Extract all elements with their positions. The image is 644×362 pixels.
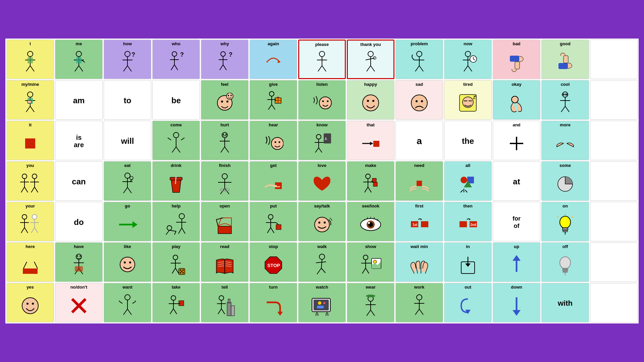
cell-some[interactable]: some [541,161,589,201]
cell-get[interactable]: get [250,161,297,201]
cell-feel[interactable]: feel [201,80,249,120]
cell-wear[interactable]: wear [347,283,394,322]
cell-on[interactable]: on [541,202,589,241]
cell-no-dont[interactable]: no/don't [55,283,103,322]
cell-can[interactable]: can [55,161,103,201]
cell-help[interactable]: help [152,202,200,241]
cell-the[interactable]: the [444,121,492,160]
cell-read[interactable]: read [201,242,249,282]
cell-now[interactable]: now [444,40,492,79]
cell-eat[interactable]: eat [104,161,151,201]
svg-point-279 [26,303,29,305]
cell-finish[interactable]: finish [201,161,249,201]
cell-I[interactable]: I [6,40,54,79]
cell-okay[interactable]: okay [493,80,540,120]
cell-my-mine[interactable]: my/mine [6,80,54,120]
cell-all[interactable]: all [444,161,492,201]
cell-bad[interactable]: bad [493,40,540,79]
cell-hear[interactable]: hear [250,121,297,160]
cell-need[interactable]: need [395,161,443,201]
cell-please[interactable]: please [298,40,346,79]
cell-up[interactable]: up [493,242,540,282]
cell-again[interactable]: again [250,40,297,79]
cell-hurt[interactable]: hurt [201,121,249,160]
cell-it[interactable]: it [6,121,54,160]
cell-happy[interactable]: happy [347,80,394,120]
cell-turn[interactable]: turn [250,283,297,322]
cell-and[interactable]: and [493,121,540,160]
cell-walk[interactable]: walk [298,242,346,282]
svg-line-145 [123,187,127,193]
cell-am[interactable]: am [55,80,103,120]
cell-tired[interactable]: tired z z [444,80,492,120]
cell-will[interactable]: will [104,121,151,160]
cell-cool[interactable]: cool [541,80,589,120]
cell-that[interactable]: that [347,121,394,160]
cell-watch[interactable]: watch [298,283,346,322]
svg-point-233 [120,257,135,272]
cell-take[interactable]: take [152,283,200,322]
svg-rect-232 [75,266,83,272]
cell-down[interactable]: down [493,283,540,322]
svg-point-319 [417,295,422,300]
cell-open[interactable]: open [201,202,249,241]
svg-line-44 [415,66,419,71]
cell-put[interactable]: put [250,202,297,241]
cell-come[interactable]: come [152,121,200,160]
cell-wait-min[interactable]: wait min [395,242,443,282]
cell-you[interactable]: you [6,161,54,201]
cell-me[interactable]: me [55,40,103,79]
cell-out[interactable]: out [444,283,492,322]
cell-more[interactable]: more [541,121,589,160]
cell-how[interactable]: how ? [104,40,151,79]
svg-marker-273 [513,255,521,261]
cell-listen[interactable]: listen [298,80,346,120]
cell-show[interactable]: show [347,242,394,282]
cell-see-look[interactable]: see/look [347,202,394,241]
cell-who[interactable]: who ? [152,40,200,79]
cell-a[interactable]: a [395,121,443,160]
cell-play[interactable]: play [152,242,200,282]
svg-text:?: ? [229,51,232,58]
cell-to[interactable]: to [104,80,151,120]
cell-here[interactable]: here [6,242,54,282]
cell-drink[interactable]: drink [152,161,200,201]
svg-point-187 [167,226,172,230]
cell-is-are[interactable]: isare [55,121,103,160]
cell-in[interactable]: in [444,242,492,282]
cell-have[interactable]: have [55,242,103,282]
cell-why[interactable]: why ? [201,40,249,79]
cell-give[interactable]: give [250,80,297,120]
cell-say-talk[interactable]: say/talk [298,202,346,241]
cell-at[interactable]: at [493,161,540,201]
svg-point-143 [130,176,133,180]
cell-be[interactable]: be [152,80,200,120]
cell-work[interactable]: work [395,283,443,322]
cell-problem[interactable]: problem [395,40,443,79]
cell-off[interactable]: off [541,242,589,282]
cell-with[interactable]: with [541,283,589,322]
cell-tell[interactable]: tell [201,283,249,322]
cell-love[interactable]: love [298,161,346,201]
cell-stop[interactable]: stop STOP [250,242,297,282]
cell-for-of[interactable]: forof [493,202,540,241]
svg-rect-314 [368,295,373,297]
cell-your[interactable]: your [6,202,54,241]
cell-sad[interactable]: sad [395,80,443,120]
svg-rect-98 [565,94,568,96]
cell-do[interactable]: do [55,202,103,241]
svg-point-118 [271,137,283,149]
cell-good[interactable]: good [541,40,589,79]
svg-point-105 [173,132,179,138]
svg-text:2nd: 2nd [470,223,476,227]
cell-like[interactable]: like [104,242,151,282]
cell-yes[interactable]: yes [6,283,54,322]
cell-know[interactable]: know A [298,121,346,160]
cell-then[interactable]: then 2nd [444,202,492,241]
cell-go[interactable]: go [104,202,151,241]
cell-want[interactable]: want [104,283,151,322]
cell-make[interactable]: make [347,161,394,201]
cell-first[interactable]: first 1st [395,202,443,241]
svg-text:?: ? [180,51,184,58]
cell-thank-you[interactable]: thank you [347,40,394,79]
